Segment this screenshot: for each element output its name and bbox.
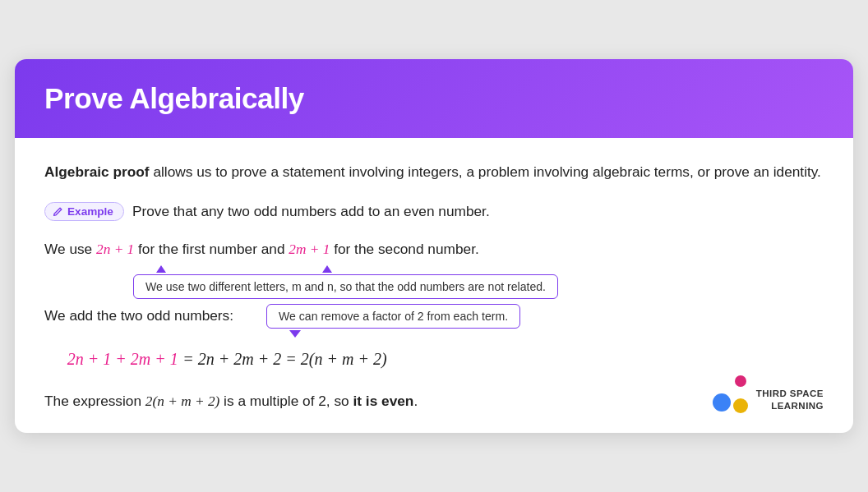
eq-rhs: 2(n + m + 2)	[301, 350, 387, 368]
conclusion-expr: 2(n + m + 2)	[145, 393, 219, 409]
conclusion-prefix: The expression	[44, 393, 145, 409]
add-left: We add the two odd numbers:	[44, 307, 233, 331]
intro-bold: Algebraic proof	[44, 163, 150, 180]
eq-equals1: = 2n + 2m + 2 =	[182, 350, 300, 368]
example-badge: Example	[44, 202, 124, 221]
use-line-section: We use 2n + 1 for the first number and 2…	[44, 237, 824, 301]
arrow1-up	[156, 265, 166, 273]
conclusion-row: The expression 2(n + m + 2) is a multipl…	[44, 387, 824, 413]
logo-circle-blue	[713, 393, 731, 412]
add-section: We add the two odd numbers: We can remov…	[44, 307, 824, 338]
brand-row: THIRD SPACELEARNING	[713, 387, 824, 413]
arrow-down	[289, 330, 301, 338]
conclusion: The expression 2(n + m + 2) is a multipl…	[44, 390, 418, 413]
main-card: Prove Algebraically Algebraic proof allo…	[15, 59, 853, 432]
conclusion-middle: is a multiple of 2, so	[219, 393, 353, 409]
use-suffix: for the second number.	[330, 241, 478, 257]
tooltip1-text: We use two different letters, m and n, s…	[145, 280, 546, 293]
brand-text: THIRD SPACELEARNING	[756, 388, 824, 412]
tooltip1-group: We use two different letters, m and n, s…	[133, 265, 824, 299]
conclusion-suffix: .	[413, 393, 418, 409]
tooltip2-text: We can remove a factor of 2 from each te…	[279, 310, 508, 323]
eq-lhs-colored: 2n + 1 + 2m + 1	[67, 350, 178, 368]
logo-circle-yellow	[733, 398, 748, 413]
equation-line: 2n + 1 + 2m + 1 = 2n + 2m + 2 = 2(n + m …	[44, 346, 824, 372]
tsl-logo	[713, 387, 748, 413]
tooltip2-box: We can remove a factor of 2 from each te…	[266, 304, 520, 329]
intro-paragraph: Algebraic proof allows us to prove a sta…	[44, 161, 824, 184]
example-text: Prove that any two odd numbers add to an…	[132, 203, 490, 220]
add-title: We add the two odd numbers:	[44, 307, 233, 324]
use-middle: for the first number and	[134, 241, 289, 257]
logo-circle-pink	[735, 375, 746, 387]
page-title: Prove Algebraically	[44, 82, 824, 115]
expr2: 2m + 1	[289, 241, 330, 257]
pencil-icon	[52, 206, 63, 218]
card-body: Algebraic proof allows us to prove a sta…	[15, 138, 853, 432]
example-row: Example Prove that any two odd numbers a…	[44, 202, 824, 221]
arrow2-up	[322, 265, 332, 273]
use-line: We use 2n + 1 for the first number and 2…	[44, 237, 824, 261]
tooltip1-box: We use two different letters, m and n, s…	[133, 274, 558, 299]
conclusion-bold: it is even	[353, 393, 414, 409]
use-prefix: We use	[44, 241, 96, 257]
intro-rest: allows us to prove a statement involving…	[150, 163, 821, 180]
expr1: 2n + 1	[96, 241, 134, 257]
card-header: Prove Algebraically	[15, 59, 853, 138]
example-label: Example	[67, 205, 113, 218]
tooltip2-right: We can remove a factor of 2 from each te…	[266, 304, 520, 338]
